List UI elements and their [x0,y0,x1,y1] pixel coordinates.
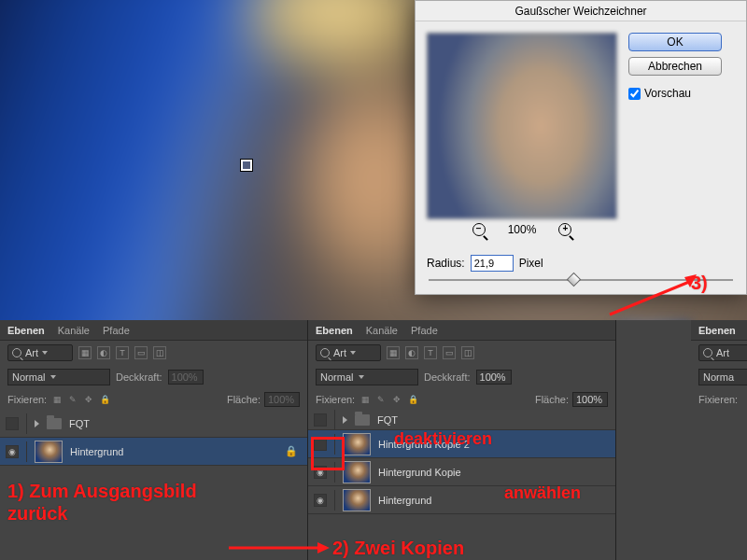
preview-checkbox[interactable] [628,88,641,100]
lock-pixels-icon[interactable]: ▦ [359,393,372,406]
filter-type-icon[interactable]: T [116,346,129,359]
radius-label: Radius: [427,257,465,270]
blend-mode-dropdown[interactable]: Normal [7,369,110,385]
layer-thumbnail[interactable] [343,433,371,455]
layer-group-row[interactable]: FQT [0,410,307,438]
layers-panel-1: Ebenen Kanäle Pfade Art ▦ ◐ T ▭ ◫ Normal… [0,320,308,560]
annotation-arrow-step3 [596,273,698,323]
layer-filter-dropdown[interactable]: Art [316,344,381,361]
opacity-value[interactable]: 100% [168,370,204,385]
visibility-toggle[interactable] [314,494,327,507]
lock-position-icon[interactable]: ✥ [390,393,403,406]
fill-value[interactable]: 100% [572,392,608,407]
filter-type-icon[interactable]: T [424,346,437,359]
tab-paths[interactable]: Pfade [103,325,130,336]
filter-smart-icon[interactable]: ◫ [461,346,474,359]
zoom-out-icon[interactable] [472,223,486,236]
layer-row[interactable]: Hintergrund Kopie [308,458,615,486]
zoom-in-icon[interactable] [558,223,571,236]
filter-smart-icon[interactable]: ◫ [153,346,166,359]
lock-all-icon[interactable]: 🔒 [98,393,111,406]
filter-adjustment-icon[interactable]: ◐ [405,346,418,359]
svg-line-2 [610,282,689,315]
chevron-down-icon [50,375,56,379]
layer-thumbnail[interactable] [35,441,63,463]
layer-row[interactable]: Hintergrund 🔒 [0,438,307,466]
search-icon [320,348,330,357]
lock-brush-icon[interactable]: ✎ [66,393,79,406]
zoom-level: 100% [508,223,537,236]
layer-thumbnail[interactable] [343,461,371,483]
blend-mode-dropdown[interactable]: Normal [316,369,418,385]
filter-adjustment-icon[interactable]: ◐ [97,346,110,359]
tab-paths[interactable]: Pfade [411,325,438,336]
lock-brush-icon[interactable]: ✎ [374,393,388,406]
filter-preview[interactable] [427,33,617,219]
chevron-down-icon [359,375,364,379]
annotation-highlight-box [311,437,345,470]
folder-icon [47,418,62,429]
filter-pixel-icon[interactable]: ▦ [78,346,92,359]
opacity-label: Deckkraft: [116,371,162,383]
layers-panel-2: Ebenen Kanäle Pfade Art ▦ ◐ T ▭ ◫ Normal… [308,320,616,560]
folder-icon [355,414,370,426]
expand-triangle-icon[interactable] [343,416,347,424]
layer-thumbnail[interactable] [343,489,371,511]
layers-panel-3: Ebenen Art Norma Fixieren: [691,320,747,560]
visibility-toggle[interactable] [6,445,19,458]
visibility-toggle[interactable] [6,417,19,430]
svg-marker-3 [684,274,697,287]
filter-shape-icon[interactable]: ▭ [443,346,456,359]
lock-all-icon[interactable]: 🔒 [406,393,419,406]
tab-layers[interactable]: Ebenen [7,325,45,336]
tab-layers[interactable]: Ebenen [698,325,736,336]
ok-button[interactable]: OK [628,33,722,51]
chevron-down-icon [350,351,356,355]
svg-marker-1 [317,542,330,553]
layer-filter-dropdown[interactable]: Art [698,344,747,361]
chevron-down-icon [42,351,48,355]
radius-unit: Pixel [519,257,543,270]
radius-input[interactable] [471,255,514,272]
gaussian-blur-dialog: Gaußscher Weichzeichner 100% OK Abbreche… [415,0,747,295]
expand-triangle-icon[interactable] [35,420,39,427]
layer-group-row[interactable]: FQT [308,410,615,430]
cancel-button[interactable]: Abbrechen [628,57,722,76]
blend-mode-dropdown[interactable]: Norma [698,369,747,385]
fill-value[interactable]: 100% [264,392,300,407]
layer-filter-dropdown[interactable]: Art [7,344,73,361]
layer-row[interactable]: Hintergrund Kopie 2 [308,430,615,458]
lock-position-icon[interactable]: ✥ [82,393,95,406]
preview-sample-marker[interactable] [241,160,252,171]
lock-pixels-icon[interactable]: ▦ [50,393,63,406]
search-icon [703,348,712,357]
layer-row[interactable]: Hintergrund [308,486,615,514]
tab-layers[interactable]: Ebenen [316,325,353,336]
tab-channels[interactable]: Kanäle [58,325,90,336]
opacity-value[interactable]: 100% [476,370,512,385]
filter-pixel-icon[interactable]: ▦ [387,346,400,359]
annotation-arrow-step2 [229,541,331,558]
visibility-toggle[interactable] [314,413,327,427]
dialog-title: Gaußscher Weichzeichner [416,1,746,21]
search-icon [12,348,21,357]
filter-shape-icon[interactable]: ▭ [134,346,148,359]
tab-channels[interactable]: Kanäle [366,325,398,336]
locked-icon: 🔒 [285,445,298,457]
preview-checkbox-row[interactable]: Vorschau [628,87,722,100]
radius-slider-thumb[interactable] [567,273,582,287]
